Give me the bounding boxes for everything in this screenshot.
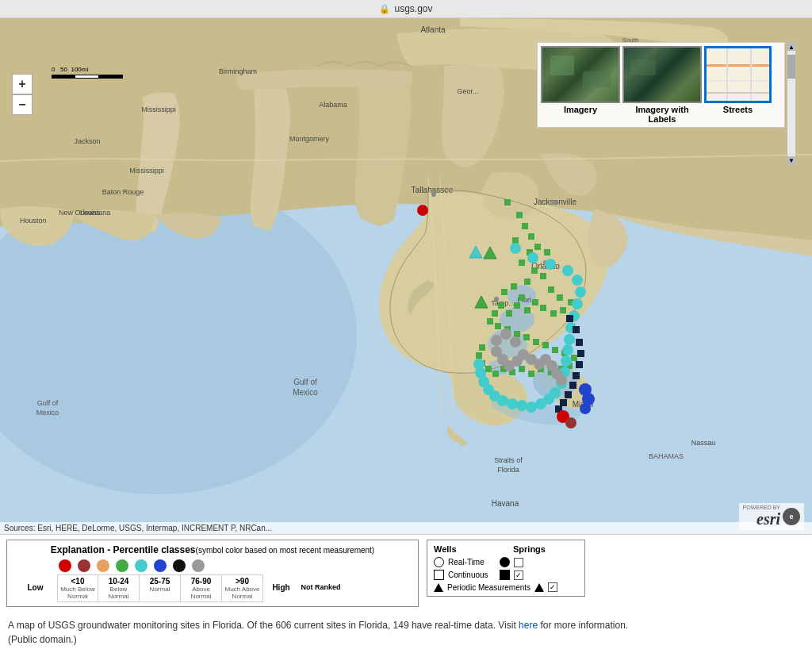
svg-text:Mississippi: Mississippi: [129, 167, 164, 175]
svg-rect-42: [522, 223, 528, 229]
svg-rect-61: [532, 299, 538, 305]
legend-dot-blue: [154, 559, 167, 572]
svg-text:Gulf of: Gulf of: [37, 399, 59, 407]
legend-dot-gray: [192, 559, 205, 572]
svg-text:Florida: Florida: [497, 466, 519, 474]
svg-rect-82: [519, 366, 525, 372]
map-container: Atlanta Birmingham Mississippi Jackson A…: [0, 18, 812, 534]
svg-point-91: [527, 252, 538, 263]
svg-rect-50: [540, 273, 546, 279]
springs-square-symbol: [500, 570, 510, 580]
svg-rect-88: [476, 352, 482, 359]
wells-header: Wells: [434, 544, 497, 554]
svg-rect-118: [576, 339, 583, 346]
caption-link[interactable]: here: [519, 620, 538, 631]
svg-point-109: [507, 398, 518, 409]
powered-by-text: POWERED BY: [743, 505, 780, 510]
svg-rect-74: [552, 347, 558, 353]
zoom-out-button[interactable]: −: [12, 94, 33, 115]
svg-rect-55: [548, 286, 554, 293]
svg-text:Nassau: Nassau: [691, 439, 716, 447]
zoom-in-button[interactable]: +: [12, 74, 33, 94]
basemap-imagery-labels-label: Imagery with Labels: [622, 105, 702, 124]
svg-point-115: [473, 359, 485, 370]
svg-rect-76: [571, 355, 577, 361]
scroll-up-button[interactable]: ▲: [787, 43, 795, 51]
legend-cell-gt90: >90 Much Above Normal: [222, 574, 263, 602]
svg-rect-122: [569, 382, 576, 389]
basemap-streets[interactable]: Streets: [704, 46, 772, 124]
svg-rect-65: [498, 302, 504, 309]
svg-point-37: [553, 200, 557, 205]
svg-rect-62: [524, 307, 530, 313]
legend-dot-green: [116, 559, 128, 572]
caption-text2: for more information.: [538, 620, 628, 631]
svg-point-145: [565, 417, 576, 428]
svg-point-92: [545, 259, 556, 270]
browser-address-bar: 🔒 usgs.gov: [0, 0, 812, 18]
svg-rect-53: [501, 289, 508, 295]
springs-periodic-checkbox[interactable]: ✓: [548, 582, 557, 592]
map-controls: 0 50 100mi + −: [12, 42, 33, 115]
svg-rect-68: [495, 323, 501, 329]
basemap-scrollbar: ▲ ▼: [787, 42, 796, 165]
legend-label-high: High: [263, 574, 299, 600]
lock-icon: 🔒: [379, 4, 390, 14]
svg-point-127: [500, 328, 511, 340]
scroll-down-button[interactable]: ▼: [787, 156, 795, 164]
svg-point-36: [431, 192, 436, 197]
basemap-imagery[interactable]: Imagery: [541, 46, 620, 124]
legend-dot-orange: [97, 559, 109, 572]
svg-rect-40: [504, 199, 511, 206]
svg-rect-72: [533, 339, 539, 345]
continuous-label: Continuous: [448, 571, 496, 579]
svg-point-39: [494, 297, 499, 302]
sources-bar: Sources: Esri, HERE, DeLorme, USGS, Inte…: [0, 522, 812, 534]
svg-rect-54: [519, 294, 525, 301]
legend-cell-lt10: <10 Much Below Normal: [57, 574, 98, 602]
svg-rect-60: [540, 305, 546, 311]
legend-label-low: Low: [13, 574, 57, 600]
svg-rect-43: [528, 233, 534, 240]
svg-text:BAHAMAS: BAHAMAS: [649, 452, 684, 460]
svg-text:Baton Rouge: Baton Rouge: [102, 188, 144, 196]
svg-point-99: [564, 334, 575, 345]
svg-text:Houston: Houston: [20, 217, 47, 225]
svg-rect-89: [479, 344, 485, 351]
svg-rect-81: [528, 371, 534, 377]
svg-rect-123: [565, 391, 572, 398]
basemap-switcher: Imagery Imagery with Labels: [537, 42, 796, 165]
svg-rect-124: [560, 399, 567, 406]
svg-rect-48: [519, 259, 525, 266]
springs-continuous-checkbox[interactable]: ✓: [514, 571, 523, 580]
svg-point-107: [526, 402, 537, 413]
realtime-label: Real-Time: [448, 558, 496, 567]
legend-wells-springs: Wells Springs Real-Time Continuous ✓: [427, 540, 585, 597]
springs-realtime-checkbox[interactable]: [514, 558, 523, 567]
svg-rect-45: [534, 244, 541, 250]
basemap-streets-label: Streets: [723, 105, 753, 114]
legend-label-notranked: Not Ranked: [299, 574, 343, 600]
svg-text:Straits of: Straits of: [494, 456, 523, 464]
svg-rect-119: [577, 350, 584, 357]
svg-rect-67: [487, 318, 493, 325]
svg-text:Geor...: Geor...: [457, 87, 478, 95]
basemap-imagery-label: Imagery: [564, 105, 597, 114]
svg-text:Havana: Havana: [492, 499, 519, 508]
svg-rect-58: [560, 307, 566, 313]
basemap-imagery-labels[interactable]: Imagery with Labels: [622, 46, 702, 124]
svg-point-94: [572, 275, 583, 286]
svg-point-142: [580, 403, 591, 414]
svg-rect-66: [492, 310, 498, 317]
svg-text:Gulf of: Gulf of: [293, 378, 317, 386]
svg-rect-86: [485, 366, 492, 372]
svg-rect-56: [557, 294, 563, 301]
legend-periodic-row: Periodic Measurements ✓: [434, 582, 578, 592]
svg-rect-85: [492, 371, 499, 377]
svg-rect-59: [550, 310, 557, 317]
legend-dot-darkred: [78, 559, 90, 572]
svg-rect-117: [573, 326, 580, 333]
esri-logo-text: esri: [756, 510, 780, 528]
svg-rect-71: [523, 334, 530, 340]
svg-point-90: [510, 243, 521, 254]
